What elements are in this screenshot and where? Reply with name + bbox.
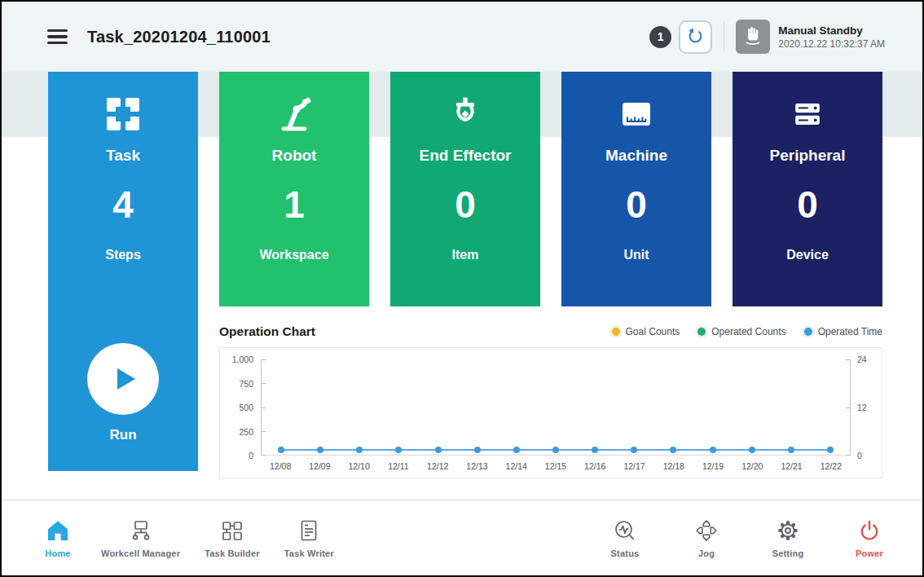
tick-mark [262,359,266,360]
data-point-slot [733,447,772,453]
data-point-slot [772,447,811,453]
data-point [395,447,402,453]
header: Task_20201204_110001 1 [2,2,922,72]
legend-dot-icon [804,328,812,336]
x-tick-label: 12/09 [300,461,339,471]
notification-badge: 1 [649,26,671,48]
legend-dot-icon [697,328,706,336]
power-icon [857,518,882,543]
y-axis-tick-label: 24 [857,355,867,364]
data-point [749,447,755,453]
x-tick-label: 12/13 [457,461,496,471]
card-value: 1 [284,186,305,223]
tick-mark [846,407,850,408]
data-point-slot [693,447,733,453]
nav-setting[interactable]: Setting [769,518,807,558]
operation-chart-section: Operation Chart Goal CountsOperated Coun… [219,324,882,478]
end-effector-card[interactable]: End Effector 0 Item [390,72,540,306]
nav-jog[interactable]: Jog [688,518,725,558]
gripper-icon [445,91,486,137]
data-point [631,447,637,453]
nav-workcell-manager[interactable]: Workcell Manager [101,518,180,558]
header-divider [724,22,724,51]
data-point [788,447,794,453]
nav-label: Setting [772,548,804,558]
hamburger-menu-button[interactable] [47,26,68,48]
data-point-slot [497,447,536,453]
card-value: 0 [797,186,818,223]
x-tick-label: 12/18 [654,461,693,471]
menu-bar [47,35,68,37]
chart-plot [261,359,851,456]
card-unit: Device [786,248,829,262]
tick-mark [262,431,266,432]
chart-title: Operation Chart [219,324,315,339]
data-point-slot [301,447,340,453]
chart-right-axis-labels: 24120 [851,359,875,456]
legend-dot-icon [612,328,620,336]
card-unit: Workspace [259,248,328,262]
robot-mode-label: Manual Standby [778,24,885,37]
data-point [513,447,520,453]
card-value: 4 [112,186,134,223]
card-unit: Unit [623,248,649,262]
data-point-slot [340,447,379,453]
card-unit: Steps [105,248,141,262]
home-icon [46,518,70,543]
nav-task-writer[interactable]: Task Writer [284,518,334,558]
nav-task-builder[interactable]: Task Builder [205,518,260,558]
bottom-nav: Home Workcell Manager [2,500,922,575]
nav-power[interactable]: Power [851,518,888,558]
run-label: Run [109,427,136,443]
menu-bar [47,42,68,44]
jog-pad-icon [694,518,719,543]
legend-item: Operated Time [804,326,882,337]
nav-label: Home [45,548,70,558]
y-axis-tick-label: 1,000 [232,355,253,364]
x-tick-label: 12/08 [261,461,300,471]
nav-label: Workcell Manager [101,548,180,558]
data-point [474,447,481,453]
menu-bar [47,29,68,32]
legend-label: Goal Counts [626,326,680,337]
chart-legend: Goal CountsOperated CountsOperated Time [612,326,882,337]
data-point-slot [575,447,614,453]
robot-card[interactable]: Robot 1 Workspace [219,72,369,306]
workcell-icon [129,518,153,543]
data-point [592,447,598,453]
legend-item: Goal Counts [612,326,680,337]
x-tick-label: 12/10 [340,461,379,471]
mode-status: Manual Standby 2020.12.22 10:32:37 AM [778,24,885,50]
peripheral-card[interactable]: Peripheral 0 Device [733,72,882,306]
x-tick-label: 12/19 [693,461,733,471]
chart-left-axis-labels: 1,0007505002500 [225,359,261,456]
run-button[interactable] [87,343,159,415]
tick-mark [262,455,266,456]
machine-card[interactable]: Machine 0 Unit [561,72,711,306]
y-axis-tick-label: 12 [857,403,867,412]
x-tick-label: 12/12 [418,461,457,471]
rotate-icon [686,26,705,47]
legend-label: Operated Counts [711,326,785,337]
data-point-slot [262,447,301,453]
tick-mark [846,455,850,456]
chart-x-labels: 12/0812/0912/1012/1112/1212/1312/1412/15… [261,461,851,471]
legend-item: Operated Counts [697,326,785,337]
data-point [278,447,284,453]
data-point-slot [614,447,653,453]
robot-arm-icon [274,91,315,137]
task-builder-icon [220,518,244,543]
manual-mode-button[interactable] [736,20,770,54]
y-axis-tick-label: 0 [857,451,862,460]
reset-button[interactable] [679,20,712,54]
nav-status[interactable]: Status [606,518,644,558]
data-point [435,447,442,453]
legend-label: Operated Time [818,326,882,337]
card-unit: Item [452,248,479,262]
nav-home[interactable]: Home [39,518,77,558]
task-icon [107,91,139,137]
task-card[interactable]: Task 4 Steps Run [48,72,198,471]
data-point-slot [419,447,458,453]
chart-box: 1,0007505002500 24120 12/0812/0912/1012/… [219,347,882,478]
card-value: 0 [626,186,647,223]
